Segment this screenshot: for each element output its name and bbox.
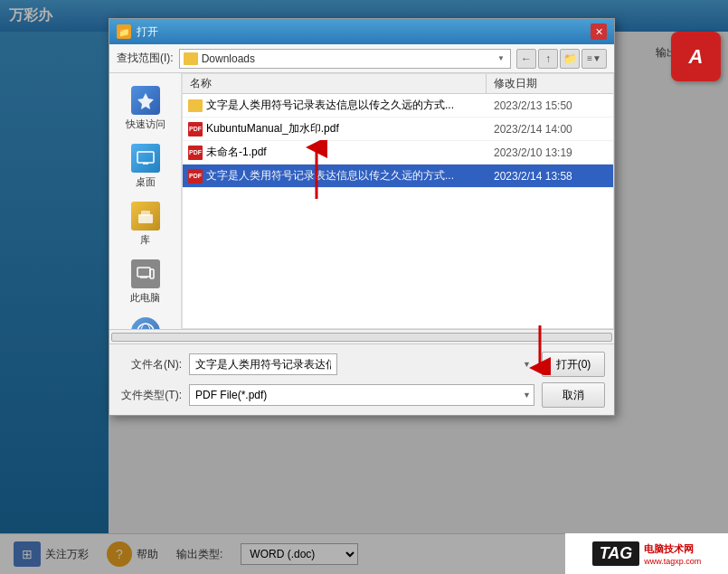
file-name-cell: PDF KubuntuManual_加水印.pdf bbox=[183, 121, 487, 136]
back-button[interactable]: ← bbox=[516, 49, 536, 69]
table-row[interactable]: 文字是人类用符号记录表达信息以传之久远的方式... 2023/2/13 15:5… bbox=[183, 94, 613, 118]
file-name-text: 未命名-1.pdf bbox=[206, 145, 267, 160]
dialog-title-left: 📁 打开 bbox=[117, 24, 158, 40]
network-icon bbox=[131, 317, 160, 329]
computer-icon bbox=[131, 259, 160, 288]
file-name-cell: 文字是人类用符号记录表达信息以传之久远的方式... bbox=[183, 98, 487, 113]
library-icon bbox=[131, 202, 160, 231]
nav-item-pc[interactable]: 此电脑 bbox=[109, 254, 181, 310]
location-bar: Downloads ▼ bbox=[179, 49, 511, 69]
location-dropdown-icon[interactable]: ▼ bbox=[496, 53, 506, 64]
file-date: 2023/2/14 13:58 bbox=[487, 170, 613, 183]
nav-item-desktop[interactable]: 桌面 bbox=[109, 138, 181, 194]
nav-item-lib[interactable]: 库 bbox=[109, 196, 181, 252]
table-row[interactable]: PDF 未命名-1.pdf 2023/2/10 13:19 bbox=[183, 141, 613, 165]
tag-site: www.tagxp.com bbox=[644, 557, 701, 566]
file-date: 2023/2/10 13:19 bbox=[487, 146, 613, 159]
folder-icon bbox=[188, 99, 203, 112]
quick-access-icon bbox=[131, 86, 160, 115]
svg-rect-4 bbox=[141, 211, 150, 216]
up-button[interactable]: ↑ bbox=[538, 49, 558, 69]
dialog-titlebar: 📁 打开 ✕ bbox=[109, 19, 614, 44]
dialog-title-icon: 📁 bbox=[117, 24, 131, 39]
svg-rect-6 bbox=[140, 277, 147, 278]
table-row[interactable]: PDF KubuntuManual_加水印.pdf 2023/2/14 14:0… bbox=[183, 118, 613, 141]
nav-item-quick[interactable]: 快速访问 bbox=[109, 80, 181, 136]
file-date: 2023/2/14 14:00 bbox=[487, 123, 613, 136]
desktop-icon bbox=[131, 144, 160, 173]
dialog-form: 文件名(N): ▼ 打开(0) 文件类型(T): PDF File(*.pdf)… bbox=[109, 343, 614, 415]
tag-watermark: TAG 电脑技术网 www.tagxp.com bbox=[565, 533, 728, 574]
nav-label-pc: 此电脑 bbox=[130, 291, 160, 305]
tag-site-label: 电脑技术网 bbox=[644, 542, 701, 556]
dialog-close-button[interactable]: ✕ bbox=[591, 24, 607, 40]
nav-label-quick: 快速访问 bbox=[126, 118, 165, 131]
file-name-cell: PDF 文字是人类用符号记录表达信息以传之久远的方式... bbox=[183, 168, 487, 183]
table-row[interactable]: PDF 文字是人类用符号记录表达信息以传之久远的方式... 2023/2/14 … bbox=[183, 165, 613, 188]
location-text: Downloads bbox=[202, 52, 492, 65]
horizontal-scrollbar[interactable] bbox=[111, 333, 612, 342]
filetype-select-wrapper: PDF File(*.pdf) ▼ bbox=[189, 384, 534, 406]
file-name-text: 文字是人类用符号记录表达信息以传之久远的方式... bbox=[206, 98, 454, 113]
filename-dropdown-arrow: ▼ bbox=[523, 360, 531, 369]
file-date: 2023/2/13 15:50 bbox=[487, 99, 613, 112]
file-open-dialog: 📁 打开 ✕ 查找范围(I): Downloads ▼ ← ↑ 📁 ≡▼ bbox=[109, 18, 615, 416]
view-button[interactable]: ≡▼ bbox=[581, 49, 607, 69]
new-folder-button[interactable]: 📁 bbox=[560, 49, 580, 69]
pdf-icon: PDF bbox=[188, 169, 203, 183]
pdf-icon: PDF bbox=[188, 146, 203, 160]
svg-marker-0 bbox=[137, 93, 154, 109]
filename-input[interactable] bbox=[189, 353, 337, 375]
filetype-select[interactable]: PDF File(*.pdf) bbox=[189, 384, 534, 406]
file-name-text: KubuntuManual_加水印.pdf bbox=[206, 121, 339, 136]
location-folder-icon bbox=[184, 52, 198, 65]
acrobat-icon: A bbox=[671, 32, 721, 81]
file-name-cell: PDF 未命名-1.pdf bbox=[183, 145, 487, 160]
svg-rect-7 bbox=[150, 269, 154, 278]
filetype-row: 文件类型(T): PDF File(*.pdf) ▼ 取消 bbox=[118, 382, 605, 408]
col-date-header: 修改日期 bbox=[487, 74, 613, 93]
filename-select-wrapper: ▼ bbox=[189, 353, 534, 375]
nav-label-lib: 库 bbox=[140, 233, 150, 247]
acrobat-logo-text: A bbox=[689, 45, 704, 69]
col-name-header: 名称 bbox=[183, 74, 487, 93]
svg-rect-2 bbox=[143, 163, 148, 165]
svg-rect-5 bbox=[137, 268, 150, 277]
file-list-area: 名称 修改日期 文字是人类用符号记录表达信息以传之久远的方式... 2023/2… bbox=[182, 73, 614, 329]
dialog-nav: 快速访问 桌面 库 bbox=[109, 73, 182, 329]
nav-item-net[interactable]: 网路 bbox=[109, 312, 181, 329]
filename-form-label: 文件名(N): bbox=[118, 357, 182, 372]
filetype-form-label: 文件类型(T): bbox=[118, 388, 182, 403]
filename-row: 文件名(N): ▼ 打开(0) bbox=[118, 352, 605, 377]
dialog-toolbar: 查找范围(I): Downloads ▼ ← ↑ 📁 ≡▼ bbox=[109, 44, 614, 73]
tag-logo: TAG bbox=[592, 541, 640, 566]
file-name-text: 文字是人类用符号记录表达信息以传之久远的方式... bbox=[206, 168, 454, 183]
cancel-button[interactable]: 取消 bbox=[542, 382, 605, 408]
toolbar-nav-buttons: ← ↑ 📁 ≡▼ bbox=[516, 49, 607, 69]
open-button[interactable]: 打开(0) bbox=[542, 352, 605, 377]
pdf-icon: PDF bbox=[188, 122, 203, 136]
location-label: 查找范围(I): bbox=[117, 51, 174, 66]
svg-rect-1 bbox=[137, 152, 154, 163]
dialog-title: 打开 bbox=[137, 24, 158, 40]
nav-label-desktop: 桌面 bbox=[136, 175, 156, 189]
file-list-header: 名称 修改日期 bbox=[183, 74, 613, 94]
scrollbar-area bbox=[109, 329, 614, 343]
dialog-content: 快速访问 桌面 库 bbox=[109, 73, 614, 329]
